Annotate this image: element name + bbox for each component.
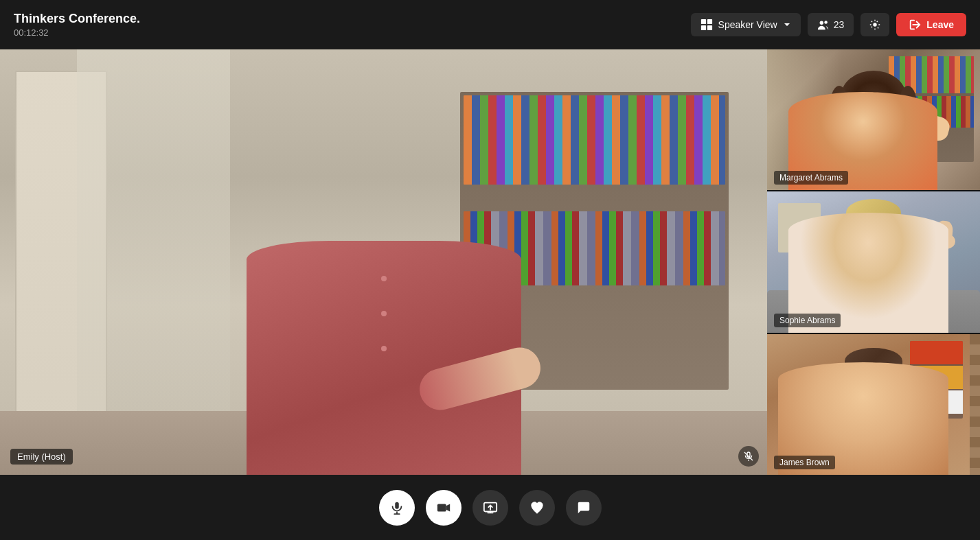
button1 xyxy=(381,276,387,281)
margaret-hair xyxy=(841,71,907,122)
speaker-label: Emily (Host) xyxy=(10,449,73,465)
james-beard xyxy=(855,386,893,408)
video-icon xyxy=(436,500,451,515)
leave-label: Leave xyxy=(926,19,954,30)
mute-indicator xyxy=(738,446,759,467)
james-binder3 xyxy=(910,390,964,414)
chevron-down-icon xyxy=(783,21,791,29)
sophie-hair xyxy=(846,199,901,226)
james-ladder xyxy=(970,334,981,475)
grid-icon xyxy=(700,19,713,31)
speaker-panel: Emily (Host) xyxy=(0,49,767,475)
svg-rect-0 xyxy=(700,19,705,24)
header-controls: Speaker View 23 xyxy=(691,13,966,36)
speaker-view-button[interactable]: Speaker View xyxy=(691,13,801,36)
heart-icon xyxy=(529,500,545,515)
header: Thinkers Conference. 00:12:32 Speaker Vi… xyxy=(0,0,980,49)
header-left: Thinkers Conference. 00:12:32 xyxy=(14,12,140,38)
tile-sophie-bg xyxy=(767,191,980,332)
leave-button[interactable]: Leave xyxy=(896,13,966,36)
svg-rect-13 xyxy=(437,504,446,511)
chat-icon xyxy=(576,500,591,515)
leave-icon xyxy=(909,19,921,31)
screen-share-button[interactable] xyxy=(472,490,508,526)
body xyxy=(247,241,521,475)
james-glass-left xyxy=(854,375,871,386)
james-glass-right xyxy=(876,375,893,386)
timer: 00:12:32 xyxy=(14,27,140,38)
margaret-hair-left xyxy=(831,86,848,120)
margaret-name-label: Margaret Abrams xyxy=(774,171,848,185)
james-glasses xyxy=(852,375,895,386)
svg-point-4 xyxy=(819,21,823,25)
gear-icon xyxy=(869,19,881,31)
microphone-icon xyxy=(389,500,404,515)
sophie-body xyxy=(822,238,925,312)
svg-rect-10 xyxy=(395,502,399,508)
people-icon xyxy=(817,19,830,31)
main-content: Emily (Host) xyxy=(0,49,980,475)
room-background xyxy=(0,49,767,475)
james-name-label: James Brown xyxy=(774,456,835,469)
arm xyxy=(415,342,545,414)
sophie-name-label: Sophie Abrams xyxy=(774,314,841,327)
participant-tile-james[interactable]: James Brown xyxy=(767,334,980,475)
svg-point-6 xyxy=(874,23,877,26)
app-title: Thinkers Conference. xyxy=(14,12,140,26)
chat-button[interactable] xyxy=(566,490,602,526)
speaker-view-label: Speaker View xyxy=(718,19,777,30)
tile-james-bg xyxy=(767,334,980,475)
mic-button[interactable] xyxy=(379,490,415,526)
participant-tile-margaret[interactable]: Margaret Abrams xyxy=(767,49,980,190)
react-button[interactable] xyxy=(519,490,555,526)
toolbar xyxy=(0,475,980,540)
tile-margaret-bg xyxy=(767,49,980,190)
screen-share-icon xyxy=(483,500,498,515)
james-hair xyxy=(845,348,902,374)
margaret-hair-right xyxy=(900,86,917,120)
svg-rect-1 xyxy=(707,19,711,24)
participants-count: 23 xyxy=(834,19,845,30)
button3 xyxy=(381,346,387,351)
sophie-face xyxy=(849,204,898,263)
sidebar: Margaret Abrams xyxy=(767,49,980,475)
svg-point-5 xyxy=(824,21,828,24)
video-button[interactable] xyxy=(426,490,461,526)
svg-rect-3 xyxy=(707,25,711,30)
button2 xyxy=(381,311,387,316)
sophie-person xyxy=(805,199,942,312)
svg-rect-2 xyxy=(700,25,705,30)
participant-tile-sophie[interactable]: Sophie Abrams xyxy=(767,191,980,332)
participants-button[interactable]: 23 xyxy=(808,13,854,36)
james-glass-bridge xyxy=(871,379,877,382)
microphone-slash-icon xyxy=(743,451,754,462)
settings-button[interactable] xyxy=(861,13,889,36)
